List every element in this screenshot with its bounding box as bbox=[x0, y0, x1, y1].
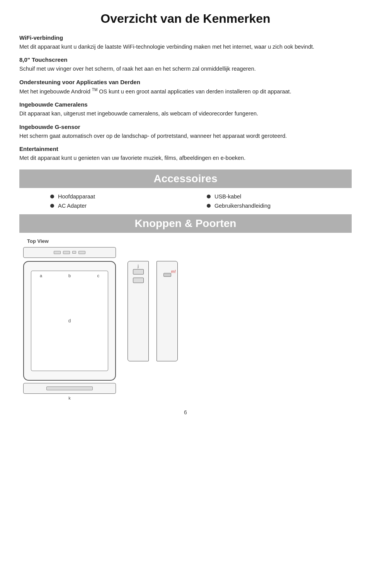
bullet-icon bbox=[207, 204, 211, 208]
accessoires-header: Accessoires bbox=[19, 169, 352, 188]
camera-body: Dit apparaat kan, uitgerust met ingebouw… bbox=[19, 109, 352, 118]
accessoires-label-ac-adapter: AC Adapter bbox=[58, 203, 87, 209]
apps-body: Met het ingebouwde Android TM OS kunt u … bbox=[19, 87, 352, 96]
touchscreen-section: 8,0" Touchscreen Schuif met uw vinger ov… bbox=[19, 56, 352, 73]
port-slot-3 bbox=[72, 251, 76, 254]
bullet-icon bbox=[50, 204, 54, 208]
wifi-section: WiFi-verbinding Met dit apparaat kunt u … bbox=[19, 34, 352, 51]
entertainment-heading: Entertainment bbox=[19, 146, 352, 152]
bullet-icon bbox=[207, 195, 211, 198]
bottom-strip-diagram: k bbox=[23, 383, 116, 394]
label-d: d bbox=[68, 318, 71, 324]
label-m: m! bbox=[171, 269, 176, 274]
tablet-front-diagram: a b c d bbox=[23, 261, 116, 381]
accessoires-item-ac-adapter: AC Adapter bbox=[50, 201, 195, 210]
touchscreen-body: Schuif met uw vinger over het scherm, of… bbox=[19, 64, 352, 73]
diagrams-area: Top View a b c d k bbox=[23, 238, 352, 394]
accessoires-label-usb-kabel: USB-kabel bbox=[214, 193, 241, 200]
top-strip-diagram bbox=[23, 247, 116, 258]
middle-row: a b c d k j m! bbox=[23, 261, 178, 394]
label-c: c bbox=[97, 273, 100, 278]
label-j: j bbox=[138, 264, 138, 268]
trademark-symbol: TM bbox=[92, 88, 97, 92]
accessoires-item-hoofdapparaat: Hoofdapparaat bbox=[50, 192, 195, 201]
apps-body-text1: Met het ingebouwde Android bbox=[19, 88, 92, 95]
tablet-screen: a b c d bbox=[31, 271, 108, 371]
port-slot-4 bbox=[78, 251, 85, 254]
accessoires-item-usb-kabel: USB-kabel bbox=[207, 192, 352, 201]
bottom-port bbox=[46, 386, 93, 390]
gsensor-section: Ingebouwde G-sensor Het scherm gaat auto… bbox=[19, 124, 352, 140]
side-button-2 bbox=[133, 278, 144, 283]
port-slot-2 bbox=[63, 251, 70, 254]
camera-heading: Ingebouwde Cameralens bbox=[19, 101, 352, 108]
label-b: b bbox=[68, 273, 71, 278]
page-number: 6 bbox=[19, 409, 352, 415]
top-view-label: Top View bbox=[27, 238, 49, 244]
wifi-body: Met dit apparaat kunt u dankzij de laats… bbox=[19, 42, 352, 51]
side-button-1 bbox=[133, 269, 144, 275]
wifi-heading: WiFi-verbinding bbox=[19, 34, 352, 41]
tablet-side-right-diagram: m! bbox=[157, 261, 178, 361]
accessoires-label-gebruikershandleiding: Gebruikershandleiding bbox=[214, 203, 271, 209]
touchscreen-heading: 8,0" Touchscreen bbox=[19, 56, 352, 63]
accessoires-label-hoofdapparaat: Hoofdapparaat bbox=[58, 193, 95, 200]
port-slot-1 bbox=[54, 251, 61, 254]
top-strip-ports bbox=[54, 251, 85, 254]
page-title: Overzicht van de Kenmerken bbox=[19, 12, 352, 26]
side-views: j m! bbox=[128, 261, 178, 361]
accessoires-grid: Hoofdapparaat AC Adapter USB-kabel Gebru… bbox=[50, 192, 352, 210]
apps-section: Ondersteuning voor Applicaties van Derde… bbox=[19, 79, 352, 96]
gsensor-heading: Ingebouwde G-sensor bbox=[19, 124, 352, 130]
gsensor-body: Het scherm gaat automatisch over op de l… bbox=[19, 132, 352, 140]
knoppen-header: Knoppen & Poorten bbox=[19, 214, 352, 233]
accessoires-item-gebruikershandleiding: Gebruikershandleiding bbox=[207, 201, 352, 210]
entertainment-body: Met dit apparaat kunt u genieten van uw … bbox=[19, 154, 352, 162]
entertainment-section: Entertainment Met dit apparaat kunt u ge… bbox=[19, 146, 352, 162]
apps-heading: Ondersteuning voor Applicaties van Derde… bbox=[19, 79, 352, 85]
bullet-icon bbox=[50, 195, 54, 198]
camera-section: Ingebouwde Cameralens Dit apparaat kan, … bbox=[19, 101, 352, 118]
label-a: a bbox=[40, 273, 42, 278]
tablet-side-left-diagram: j bbox=[128, 261, 149, 361]
side-port-1 bbox=[163, 273, 171, 277]
apps-body-text2: OS kunt u een groot aantal applicaties v… bbox=[97, 88, 291, 95]
label-k: k bbox=[68, 396, 71, 400]
